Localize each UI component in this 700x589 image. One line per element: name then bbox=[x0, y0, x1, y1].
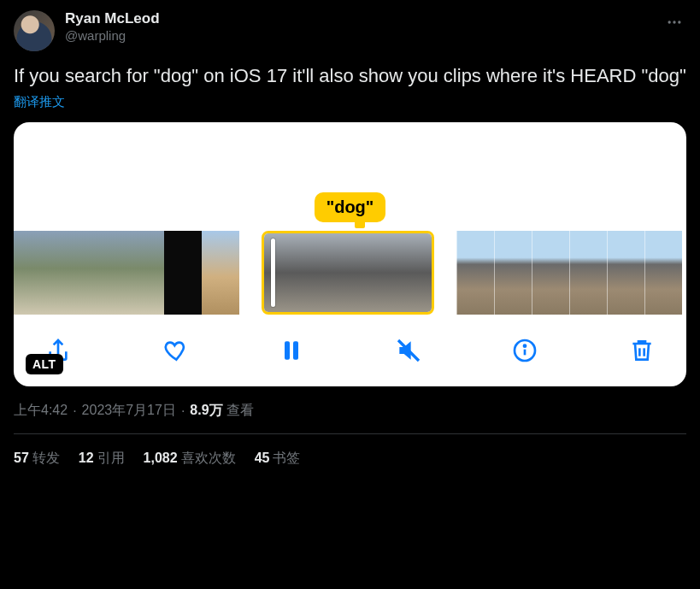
like-button[interactable] bbox=[162, 337, 189, 364]
media-toolbar bbox=[14, 315, 686, 374]
likes-stat[interactable]: 1,082喜欢次数 bbox=[144, 450, 236, 468]
caption-bubble: "dog" bbox=[315, 192, 386, 222]
thumbnail-frame bbox=[14, 231, 51, 315]
info-button[interactable] bbox=[511, 337, 538, 364]
svg-point-8 bbox=[524, 345, 526, 347]
bookmarks-stat[interactable]: 45书签 bbox=[255, 450, 301, 468]
thumbnail-frame bbox=[164, 231, 202, 315]
avatar[interactable] bbox=[14, 10, 55, 51]
timeline-clip[interactable] bbox=[14, 231, 239, 315]
mute-button[interactable] bbox=[395, 337, 422, 364]
meta-dot: · bbox=[181, 403, 185, 419]
bookmarks-label: 书签 bbox=[273, 451, 300, 465]
delete-button[interactable] bbox=[628, 337, 656, 364]
tweet-stats: 57转发 12引用 1,082喜欢次数 45书签 bbox=[14, 434, 686, 483]
pause-icon bbox=[278, 337, 305, 364]
thumbnail-frame bbox=[456, 231, 494, 315]
thumbnail-frame bbox=[569, 231, 607, 315]
timeline-clip[interactable] bbox=[456, 231, 682, 315]
ellipsis-icon bbox=[666, 14, 683, 31]
media-card[interactable]: "dog" bbox=[14, 122, 686, 386]
handle: @warpling bbox=[65, 27, 652, 44]
quotes-stat[interactable]: 12引用 bbox=[79, 450, 125, 468]
svg-rect-4 bbox=[293, 341, 298, 359]
heart-icon bbox=[162, 337, 189, 364]
info-icon bbox=[511, 337, 538, 364]
thumbnail-frame bbox=[384, 233, 432, 312]
thumbnail-frame bbox=[494, 231, 532, 315]
author-block[interactable]: Ryan McLeod @warpling bbox=[65, 10, 652, 44]
svg-point-1 bbox=[673, 21, 675, 23]
quotes-count: 12 bbox=[79, 451, 94, 465]
tweet-header: Ryan McLeod @warpling bbox=[14, 10, 686, 51]
tweet-container: Ryan McLeod @warpling If you search for … bbox=[0, 0, 700, 483]
speaker-mute-icon bbox=[395, 337, 422, 364]
more-button[interactable] bbox=[662, 10, 686, 38]
svg-point-2 bbox=[678, 21, 680, 23]
trash-icon bbox=[628, 337, 656, 364]
svg-point-0 bbox=[668, 21, 671, 23]
thumbnail-frame bbox=[202, 231, 239, 315]
meta-time[interactable]: 上午4:42 bbox=[14, 402, 68, 420]
likes-label: 喜欢次数 bbox=[181, 451, 236, 465]
thumbnail-frame bbox=[324, 233, 384, 312]
timeline-clip-active[interactable] bbox=[262, 231, 434, 315]
svg-rect-3 bbox=[285, 341, 290, 359]
translate-link[interactable]: 翻译推文 bbox=[14, 94, 686, 110]
bookmarks-count: 45 bbox=[255, 451, 270, 465]
views-count: 8.9万 bbox=[190, 403, 222, 417]
alt-badge[interactable]: ALT bbox=[26, 354, 63, 374]
meta-dot: · bbox=[73, 403, 76, 419]
retweets-stat[interactable]: 57转发 bbox=[14, 450, 60, 468]
quotes-label: 引用 bbox=[97, 451, 125, 465]
retweets-count: 57 bbox=[14, 451, 29, 465]
retweets-label: 转发 bbox=[32, 451, 60, 465]
video-timeline[interactable] bbox=[14, 231, 686, 315]
tweet-meta: 上午4:42 · 2023年7月17日 · 8.9万 查看 bbox=[14, 402, 686, 434]
thumbnail-frame bbox=[264, 233, 324, 312]
thumbnail-frame bbox=[126, 231, 164, 315]
display-name: Ryan McLeod bbox=[65, 10, 652, 27]
thumbnail-frame bbox=[532, 231, 569, 315]
pause-button[interactable] bbox=[278, 337, 305, 364]
meta-date[interactable]: 2023年7月17日 bbox=[82, 402, 176, 420]
thumbnail-frame bbox=[644, 231, 682, 315]
likes-count: 1,082 bbox=[144, 451, 178, 465]
thumbnail-frame bbox=[51, 231, 89, 315]
views-label: 查看 bbox=[223, 403, 254, 417]
caption-row: "dog" bbox=[14, 192, 686, 222]
thumbnail-frame bbox=[89, 231, 126, 315]
thumbnail-frame bbox=[607, 231, 644, 315]
tweet-text: If you search for "dog" on iOS 17 it'll … bbox=[14, 63, 686, 89]
